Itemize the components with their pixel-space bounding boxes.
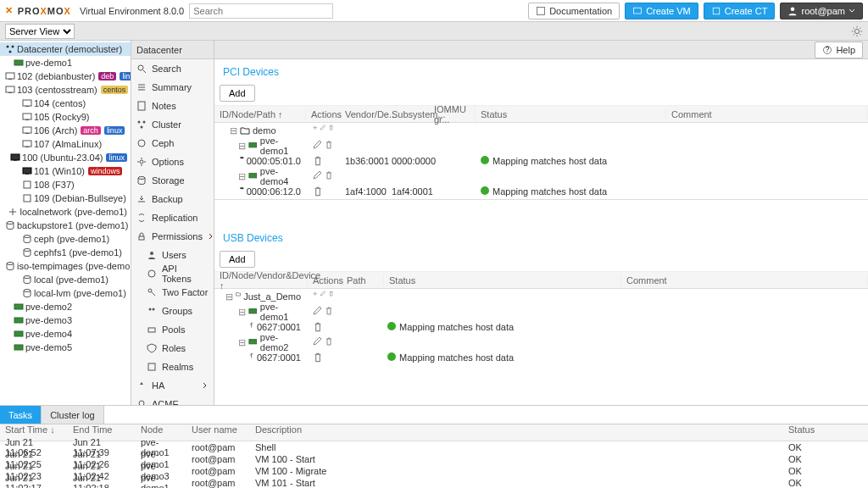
pci-icon bbox=[240, 186, 244, 197]
menu-backup[interactable]: Backup bbox=[131, 190, 214, 208]
pencil-icon[interactable] bbox=[312, 306, 322, 318]
pci-add-button[interactable]: Add bbox=[220, 85, 255, 102]
menu-roles[interactable]: Roles bbox=[131, 339, 214, 358]
gear-icon[interactable] bbox=[851, 25, 863, 37]
trash-icon[interactable] bbox=[324, 336, 334, 348]
tree-item[interactable]: localnetwork (pve-demo1) bbox=[0, 205, 131, 219]
trash-icon[interactable] bbox=[312, 352, 324, 363]
menu-two-factor[interactable]: Two Factor bbox=[131, 283, 214, 302]
tree-node[interactable]: pve-demo4 bbox=[0, 327, 131, 341]
tree-item[interactable]: 102 (debianbuster)deblinux bbox=[0, 69, 131, 83]
menu-realms[interactable]: Realms bbox=[131, 358, 214, 376]
pencil-icon[interactable] bbox=[312, 170, 322, 182]
tree-item[interactable]: 101 (Win10)windows bbox=[0, 164, 131, 178]
usb-row[interactable]: ⊟pve-demo1 bbox=[214, 304, 868, 319]
expand-icon[interactable]: ⊟ bbox=[238, 337, 246, 348]
svg-point-28 bbox=[24, 236, 31, 238]
tree-node[interactable]: pve-demo2 bbox=[0, 300, 131, 313]
menu-options[interactable]: Options bbox=[131, 152, 214, 171]
menu-ceph[interactable]: Ceph bbox=[131, 134, 214, 152]
tree-item[interactable]: local-lvm (pve-demo1) bbox=[0, 286, 131, 300]
tree-item[interactable]: ceph (pve-demo1) bbox=[0, 232, 131, 246]
task-row[interactable]: Jun 21 11:02:17Jun 21 11:02:18pve-demo1r… bbox=[0, 477, 868, 488]
plus-icon[interactable] bbox=[312, 291, 318, 302]
tab-cluster-log[interactable]: Cluster log bbox=[42, 406, 104, 424]
pci-row[interactable]: ⊟demo bbox=[214, 123, 868, 138]
svg-rect-10 bbox=[8, 79, 12, 80]
tree-item[interactable]: 100 (Ubuntu-23.04)linux bbox=[0, 151, 131, 164]
tab-tasks[interactable]: Tasks bbox=[0, 406, 42, 424]
menu-cluster[interactable]: Cluster bbox=[131, 115, 214, 134]
menu-summary[interactable]: Summary bbox=[131, 78, 214, 97]
tree-label: 102 (debianbuster) bbox=[17, 71, 95, 81]
tree-item[interactable]: 104 (centos) bbox=[0, 97, 131, 110]
tree-item[interactable]: 106 (Arch)archlinux bbox=[0, 124, 131, 137]
tree-item[interactable]: 103 (centosstream)centoslinux bbox=[0, 83, 131, 97]
tree-item[interactable]: backupstore1 (pve-demo1) bbox=[0, 219, 131, 232]
menu-pools[interactable]: Pools bbox=[131, 320, 214, 339]
tree-node[interactable]: pve-demo3 bbox=[0, 313, 131, 327]
trash-icon[interactable] bbox=[328, 291, 334, 302]
tree-item[interactable]: 105 (Rocky9) bbox=[0, 110, 131, 124]
pci-row[interactable]: ⊟pve-demo1 bbox=[214, 138, 868, 153]
trash-icon[interactable] bbox=[324, 306, 334, 318]
menu-acme[interactable]: ACME bbox=[131, 395, 214, 405]
plus-icon[interactable] bbox=[312, 125, 318, 136]
trash-icon[interactable] bbox=[312, 186, 324, 197]
tree-item[interactable]: local (pve-demo1) bbox=[0, 273, 131, 286]
svg-point-46 bbox=[150, 252, 153, 255]
menu-permissions[interactable]: Permissions bbox=[131, 227, 214, 246]
expand-icon[interactable]: ⊟ bbox=[238, 307, 246, 318]
expand-icon[interactable]: ⊟ bbox=[225, 291, 233, 302]
usb-row[interactable]: ⊟Just_a_Demo bbox=[214, 289, 868, 304]
tree-node[interactable]: pve-demo5 bbox=[0, 341, 131, 354]
view-selector[interactable]: Server View bbox=[5, 24, 75, 39]
expand-icon[interactable]: ⊟ bbox=[229, 125, 237, 136]
tree-datacenter[interactable]: Datacenter (democluster) bbox=[0, 42, 131, 56]
menu-api-tokens[interactable]: API Tokens bbox=[131, 264, 214, 283]
help-button[interactable]: ?Help bbox=[815, 42, 863, 58]
pci-row[interactable]: 0000:06:12.01af4:10001af4:0001Mapping ma… bbox=[214, 184, 868, 199]
user-menu-button[interactable]: root@pam bbox=[780, 3, 863, 19]
tree-label: pve-demo5 bbox=[25, 342, 72, 352]
tree-item[interactable]: iso-tempimages (pve-demo1) bbox=[0, 259, 131, 273]
pencil-icon[interactable] bbox=[312, 140, 322, 152]
pencil-icon[interactable] bbox=[320, 125, 326, 136]
global-search-input[interactable] bbox=[189, 3, 333, 19]
tree-node[interactable]: pve-demo1 bbox=[0, 56, 131, 69]
pencil-icon[interactable] bbox=[320, 291, 326, 302]
trash-icon[interactable] bbox=[312, 321, 324, 333]
trash-icon[interactable] bbox=[328, 125, 334, 136]
menu-search[interactable]: Search bbox=[131, 59, 214, 78]
trash-icon[interactable] bbox=[324, 140, 334, 152]
trash-icon[interactable] bbox=[324, 170, 334, 182]
pci-row[interactable]: 0000:05:01.01b36:00010000:0000Mapping ma… bbox=[214, 153, 868, 169]
usb-row[interactable]: 0627:0001Mapping matches host data bbox=[214, 319, 868, 335]
menu-ha[interactable]: HA bbox=[131, 376, 214, 395]
svg-rect-23 bbox=[23, 168, 31, 174]
pci-row[interactable]: ⊟pve-demo4 bbox=[214, 169, 868, 184]
create-vm-button[interactable]: Create VM bbox=[625, 3, 698, 19]
pencil-icon[interactable] bbox=[312, 336, 322, 348]
menu-users[interactable]: Users bbox=[131, 246, 214, 264]
svg-rect-12 bbox=[8, 92, 12, 93]
tree-item[interactable]: 109 (Debian-Bullseye) bbox=[0, 191, 131, 205]
usb-add-button[interactable]: Add bbox=[220, 251, 255, 268]
usb-row[interactable]: ⊟pve-demo2 bbox=[214, 335, 868, 350]
documentation-button[interactable]: Documentation bbox=[528, 3, 620, 19]
usb-row[interactable]: 0627:0001Mapping matches host data bbox=[214, 350, 868, 365]
menu-notes[interactable]: Notes bbox=[131, 97, 214, 115]
tree-item[interactable]: 108 (F37) bbox=[0, 178, 131, 191]
trash-icon[interactable] bbox=[312, 155, 324, 167]
menu-storage[interactable]: Storage bbox=[131, 171, 214, 190]
tree-item[interactable]: 107 (AlmaLinux) bbox=[0, 137, 131, 151]
expand-icon[interactable]: ⊟ bbox=[238, 141, 246, 152]
create-ct-button[interactable]: Create CT bbox=[704, 3, 776, 19]
ceph-icon bbox=[136, 138, 147, 148]
menu-replication[interactable]: Replication bbox=[131, 208, 214, 227]
tree-item[interactable]: cephfs1 (pve-demo1) bbox=[0, 246, 131, 259]
svg-rect-59 bbox=[249, 174, 257, 178]
resource-tree: Datacenter (democluster)pve-demo1102 (de… bbox=[0, 41, 131, 405]
expand-icon[interactable]: ⊟ bbox=[238, 171, 246, 182]
menu-groups[interactable]: Groups bbox=[131, 302, 214, 320]
